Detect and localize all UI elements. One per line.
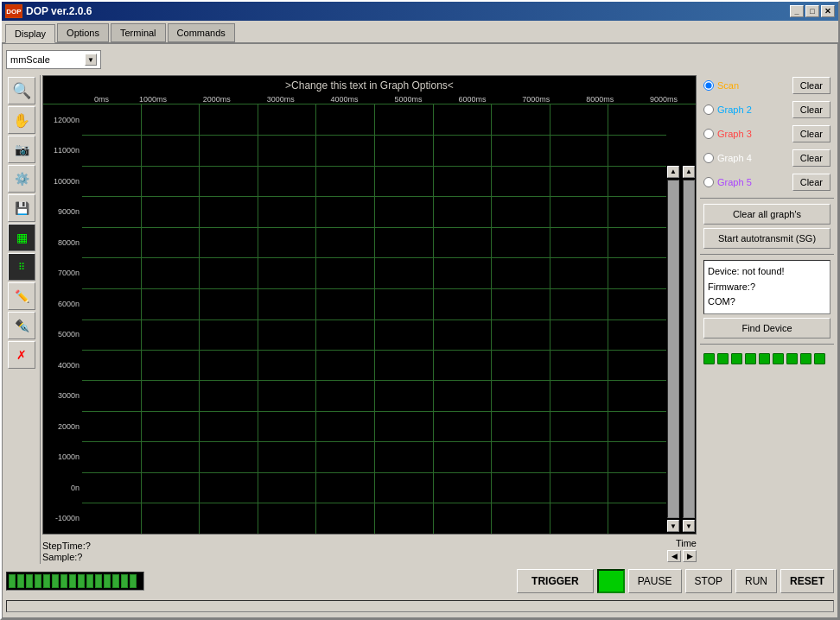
x-axis-labels: 0ms 1000ms 2000ms 3000ms 4000ms 5000ms 6… <box>43 95 696 104</box>
progress-seg-2 <box>17 574 24 588</box>
autotransmit-button[interactable]: Start autotransmit (SG) <box>703 228 830 249</box>
scale-value: mmScale <box>10 54 50 65</box>
zoom-tool-icon[interactable]: 🔍 <box>8 77 35 104</box>
sample-label: Sample:? <box>42 552 91 562</box>
tab-options[interactable]: Options <box>57 23 109 42</box>
graph5-clear-button[interactable]: Clear <box>792 174 830 191</box>
pen-tool-icon[interactable]: ✏️ <box>8 282 35 310</box>
graph5-label: Graph 5 <box>717 177 789 187</box>
clear-all-button[interactable]: Clear all graph's <box>703 204 830 225</box>
progress-seg-4 <box>35 574 41 588</box>
bottom-right-controls: TRIGGER PAUSE STOP RUN RESET <box>517 569 834 593</box>
graph2-row: Graph 2 Clear <box>700 99 834 120</box>
counts-scroll-down[interactable]: ▼ <box>683 520 695 532</box>
progress-seg-13 <box>112 574 119 588</box>
save-tool-icon[interactable]: 💾 <box>8 194 35 222</box>
hand-tool-icon[interactable]: ✋ <box>8 106 35 134</box>
led-1 <box>703 353 715 364</box>
screenshot-tool-icon[interactable]: 📷 <box>8 136 35 163</box>
progress-seg-5 <box>43 574 50 588</box>
scale-dropdown[interactable]: mmScale ▼ <box>6 50 101 69</box>
window-title: DOP ver.2.0.6 <box>26 5 92 17</box>
reset-button[interactable]: RESET <box>780 569 834 593</box>
graph4-row: Graph 4 Clear <box>700 148 834 168</box>
progress-seg-12 <box>104 574 111 588</box>
secondary-progress-bar <box>6 600 834 612</box>
toolbar: 🔍 ✋ 📷 ⚙️ 💾 ▦ ⠿ ✏️ ✒️ ✗ <box>6 75 41 564</box>
time-axis-label: Time <box>676 538 697 548</box>
led-indicators <box>700 350 834 368</box>
dropdown-arrow[interactable]: ▼ <box>85 54 97 66</box>
find-device-button[interactable]: Find Device <box>703 318 830 338</box>
run-button[interactable]: RUN <box>735 569 777 593</box>
second-progress-row <box>6 598 834 614</box>
tab-bar: Display Options Terminal Commands <box>2 21 838 43</box>
led-5 <box>759 353 770 364</box>
offset-scroll-down[interactable]: ▼ <box>667 520 679 532</box>
stop-button[interactable]: STOP <box>685 569 732 593</box>
graph-title: >Change this text in Graph Options< <box>43 76 696 95</box>
com-status: COM? <box>708 294 826 310</box>
progress-seg-6 <box>52 574 59 588</box>
progress-seg-1 <box>9 574 16 588</box>
graph1-row: Scan Clear <box>700 75 834 96</box>
device-status: Device: not found! <box>708 264 826 280</box>
right-scrollbars: Offset ▲ ▼ Counts ▲ ▼ <box>666 104 696 534</box>
graph4-clear-button[interactable]: Clear <box>792 149 830 167</box>
title-buttons: _ □ ✕ <box>790 5 835 17</box>
maximize-button[interactable]: □ <box>805 5 819 17</box>
y-axis: 12000n 11000n 10000n 9000n 8000n 7000n 6… <box>43 104 82 534</box>
progress-seg-10 <box>86 574 93 588</box>
offset-scroll-up[interactable]: ▲ <box>667 166 679 178</box>
title-bar: DOP DOP ver.2.0.6 _ □ ✕ <box>2 2 838 21</box>
pause-button[interactable]: PAUSE <box>628 569 682 593</box>
cursor-tool-icon[interactable]: ✗ <box>8 341 35 369</box>
graph3-radio[interactable] <box>703 129 714 139</box>
minimize-button[interactable]: _ <box>790 5 804 17</box>
bottom-bar: TRIGGER PAUSE STOP RUN RESET <box>6 567 834 595</box>
counts-scroll-up[interactable]: ▲ <box>683 166 695 178</box>
matrix-tool-icon[interactable]: ⠿ <box>8 253 35 281</box>
counts-scroll-track[interactable] <box>683 180 695 518</box>
graph5-radio[interactable] <box>703 177 714 187</box>
led-9 <box>814 353 825 364</box>
progress-seg-15 <box>130 574 137 588</box>
graph1-radio[interactable] <box>703 80 714 91</box>
graph4-label: Graph 4 <box>717 153 789 163</box>
main-window: DOP DOP ver.2.0.6 _ □ ✕ Display Options … <box>0 0 840 620</box>
graph4-radio[interactable] <box>703 153 714 163</box>
grid-tool-icon[interactable]: ▦ <box>8 224 35 251</box>
offset-scroll-track[interactable] <box>667 180 679 518</box>
time-scroll-left[interactable]: ◀ <box>667 550 681 562</box>
close-button[interactable]: ✕ <box>821 5 835 17</box>
graph-info-bar: StepTime:? Sample:? Time ◀ ▶ <box>42 536 697 564</box>
tab-terminal[interactable]: Terminal <box>111 23 166 42</box>
led-2 <box>717 353 729 364</box>
pencil-tool-icon[interactable]: ✒️ <box>8 312 35 339</box>
led-3 <box>731 353 742 364</box>
graph2-radio[interactable] <box>703 104 714 115</box>
trigger-button[interactable]: TRIGGER <box>517 569 594 593</box>
progress-segments <box>7 573 138 590</box>
right-sidebar: Scan Clear Graph 2 Clear Graph 3 Clear <box>700 75 834 564</box>
progress-seg-3 <box>26 574 33 588</box>
progress-seg-14 <box>121 574 128 588</box>
time-scroll-right[interactable]: ▶ <box>683 550 697 562</box>
graph1-label: Scan <box>717 80 789 91</box>
graph3-row: Graph 3 Clear <box>700 123 834 144</box>
graph2-clear-button[interactable]: Clear <box>792 101 830 118</box>
tab-commands[interactable]: Commands <box>168 23 235 42</box>
step-time-label: StepTime:? <box>42 541 91 551</box>
graph3-clear-button[interactable]: Clear <box>792 125 830 142</box>
graph5-row: Graph 5 Clear <box>700 172 834 193</box>
app-icon: DOP <box>5 4 22 18</box>
led-4 <box>745 353 756 364</box>
tab-display[interactable]: Display <box>5 24 55 43</box>
progress-bar <box>6 572 144 591</box>
settings-tool-icon[interactable]: ⚙️ <box>8 165 35 193</box>
led-6 <box>773 353 784 364</box>
graph1-clear-button[interactable]: Clear <box>792 77 830 94</box>
led-8 <box>800 353 811 364</box>
device-info-panel: Device: not found! Firmware:? COM? <box>703 260 830 314</box>
progress-seg-9 <box>78 574 85 588</box>
